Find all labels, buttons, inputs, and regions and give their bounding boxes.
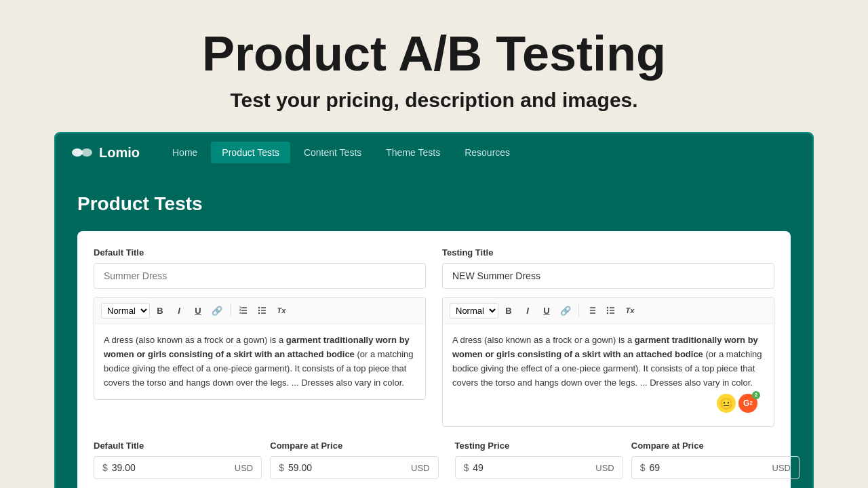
default-ul-btn[interactable] (254, 302, 271, 319)
default-link-btn[interactable]: 🔗 (208, 302, 226, 319)
testing-compare-dollar: $ (640, 462, 646, 473)
testing-ol-btn[interactable] (583, 302, 601, 319)
testing-toolbar: Normal B I U 🔗 (443, 298, 774, 324)
default-price-usd: USD (235, 463, 253, 473)
nav-theme-tests[interactable]: Theme Tests (375, 142, 451, 163)
svg-point-9 (258, 310, 260, 311)
testing-price-section: Testing Price $ USD Compare at Price $ (455, 441, 800, 479)
app-container: Lomio Home Product Tests Content Tests T… (54, 132, 814, 488)
logo: Lomio (72, 145, 140, 161)
svg-point-0 (72, 148, 83, 157)
toolbar-divider-1 (230, 304, 231, 317)
testing-link-btn[interactable]: 🔗 (557, 302, 574, 319)
default-compare-price-field: $ USD (270, 456, 438, 479)
testing-editor-body[interactable]: A dress (also known as a frock or a gown… (443, 324, 774, 426)
default-title-label: Default Title (94, 247, 426, 258)
testing-price-group: Testing Price $ USD (455, 441, 623, 479)
testing-ul-btn[interactable] (602, 302, 620, 319)
testing-price-usd: USD (595, 463, 614, 473)
default-compare-label: Compare at Price (270, 441, 438, 451)
g2-notification: 2 (752, 391, 760, 399)
default-column: Default Title Normal B I U 🔗 (94, 247, 426, 427)
hero-subtitle: Test your pricing, description and image… (14, 89, 854, 112)
svg-point-10 (258, 312, 260, 314)
default-price-input[interactable] (112, 462, 231, 473)
testing-italic-btn[interactable]: I (519, 302, 536, 319)
default-clear-btn[interactable]: Tx (273, 302, 290, 319)
toolbar-divider-2 (578, 304, 579, 317)
navbar: Lomio Home Product Tests Content Tests T… (56, 134, 812, 171)
testing-price-label: Testing Price (455, 441, 623, 451)
testing-compare-label: Compare at Price (631, 441, 800, 451)
nav-links: Home Product Tests Content Tests Theme T… (161, 142, 521, 163)
svg-point-17 (607, 307, 608, 308)
testing-bold-btn[interactable]: B (500, 302, 517, 319)
default-compare-price-input[interactable] (288, 462, 407, 473)
nav-content-tests[interactable]: Content Tests (293, 142, 372, 163)
default-title-input[interactable] (94, 263, 426, 289)
editors-row: Default Title Normal B I U 🔗 (94, 247, 774, 427)
default-price-section: Default Title $ USD Compare at Price $ (94, 441, 439, 479)
default-compare-price-group: Compare at Price $ USD (270, 441, 438, 479)
testing-compare-price-group: Compare at Price $ USD (631, 441, 800, 479)
logo-text: Lomio (99, 145, 140, 161)
svg-point-8 (258, 307, 260, 308)
svg-point-19 (607, 312, 608, 314)
testing-prices: Testing Price $ USD Compare at Price $ (455, 441, 800, 479)
default-compare-dollar: $ (279, 462, 284, 473)
testing-compare-price-input[interactable] (650, 462, 768, 473)
default-format-select[interactable]: Normal (101, 303, 150, 319)
default-bold-btn[interactable]: B (151, 302, 169, 319)
default-price-field: $ USD (94, 456, 262, 479)
testing-price-dollar: $ (464, 462, 469, 473)
svg-point-18 (607, 310, 608, 311)
testing-editor: Normal B I U 🔗 (442, 297, 774, 427)
nav-home[interactable]: Home (161, 142, 208, 163)
price-row: Default Title $ USD Compare at Price $ (94, 441, 774, 479)
hero-section: Product A/B Testing Test your pricing, d… (0, 0, 868, 132)
testing-compare-usd: USD (772, 463, 791, 473)
hero-title: Product A/B Testing (14, 27, 854, 81)
testing-title-label: Testing Title (442, 247, 774, 258)
nav-product-tests[interactable]: Product Tests (211, 142, 290, 163)
main-card: Default Title Normal B I U 🔗 (77, 231, 791, 488)
testing-title-input[interactable] (442, 263, 774, 289)
default-underline-btn[interactable]: U (189, 302, 207, 319)
default-italic-btn[interactable]: I (170, 302, 188, 319)
testing-price-input[interactable] (473, 462, 591, 473)
default-prices: Default Title $ USD Compare at Price $ (94, 441, 439, 479)
testing-price-field: $ USD (455, 456, 623, 479)
nav-resources[interactable]: Resources (454, 142, 521, 163)
default-editor-body[interactable]: A dress (also known as a frock or a gown… (94, 324, 425, 399)
content-area: Product Tests Default Title Normal B (56, 171, 812, 488)
default-toolbar: Normal B I U 🔗 123 (94, 298, 425, 324)
logo-icon (72, 146, 94, 159)
default-ol-btn[interactable]: 123 (235, 302, 252, 319)
default-price-group: Default Title $ USD (94, 441, 262, 479)
svg-text:3: 3 (239, 311, 241, 314)
default-compare-usd: USD (411, 463, 429, 473)
default-editor: Normal B I U 🔗 123 (94, 297, 426, 400)
testing-underline-btn[interactable]: U (538, 302, 555, 319)
testing-clear-btn[interactable]: Tx (621, 302, 639, 319)
g2-badge: G2 2 (738, 394, 757, 413)
default-price-label: Default Title (94, 441, 262, 451)
page-title: Product Tests (77, 193, 791, 215)
smiley-icon: 😐 (717, 394, 736, 413)
testing-compare-price-field: $ USD (631, 456, 800, 479)
testing-format-select[interactable]: Normal (450, 303, 498, 319)
default-price-dollar: $ (102, 462, 108, 473)
editor-footer-icons: 😐 G2 2 (452, 390, 764, 417)
svg-point-1 (81, 148, 92, 157)
testing-column: Testing Title Normal B I U 🔗 (442, 247, 774, 427)
